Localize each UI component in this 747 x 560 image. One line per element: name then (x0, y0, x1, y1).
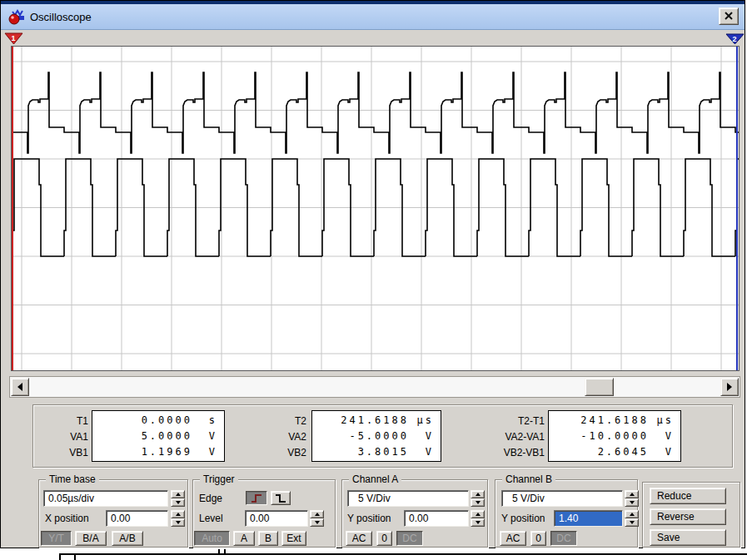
edge-label: Edge (199, 493, 222, 504)
trigger-auto-button[interactable]: Auto (194, 531, 230, 546)
save-button[interactable]: Save (650, 529, 726, 546)
readout-unit: µs (649, 413, 674, 429)
channel-b-scale-field[interactable]: 5 V/Div (501, 490, 623, 507)
readout-value: 0.0000 (96, 413, 192, 429)
spin-up-button[interactable] (171, 510, 185, 518)
trigger-level-field[interactable]: 0.00 (245, 510, 308, 527)
readout-value: 3.8015 (316, 444, 409, 460)
readout-row: 5.0000V (96, 429, 217, 444)
readout-row: 241.6188µs (316, 413, 434, 429)
readout-unit: V (192, 429, 217, 444)
channel-b-y-position-spinner[interactable] (625, 510, 639, 527)
spin-down-button[interactable] (625, 518, 639, 527)
trigger-rising-edge-button[interactable] (246, 491, 267, 505)
channel-a-dc-button[interactable]: DC (396, 531, 423, 546)
x-position-spinner[interactable] (171, 510, 185, 527)
readout-row: 3.8015V (316, 444, 434, 460)
readout-value: 241.6188 (316, 413, 409, 429)
timebase-group-title: Time base (46, 473, 99, 485)
trigger-group: Trigger Edge Level 0.00 Auto A B Ext (192, 479, 336, 548)
window-title: Oscilloscope (30, 11, 92, 23)
readout-value: -10.0000 (552, 429, 649, 444)
arrow-down-icon (176, 501, 181, 504)
yt-mode-button[interactable]: Y/T (41, 531, 72, 546)
timebase-scale-spinner[interactable] (171, 490, 185, 507)
scroll-left-button[interactable] (11, 378, 29, 396)
scrollbar-thumb[interactable] (585, 378, 614, 396)
arrow-up-icon (176, 493, 181, 496)
channel-a-scale-field[interactable]: 5 V/Div (347, 490, 469, 507)
y-position-label: Y position (347, 513, 391, 524)
level-label: Level (199, 513, 223, 524)
background-wire (60, 553, 747, 555)
readout-value: 241.6188 (552, 413, 649, 429)
arrow-up-icon (476, 493, 481, 496)
spin-up-button[interactable] (171, 490, 185, 498)
spin-up-button[interactable] (625, 510, 639, 518)
channel-a-scale-spinner[interactable] (471, 490, 485, 507)
readout-label: VB2-VB1 (483, 445, 545, 461)
readout-box: 0.0000s 5.0000V 1.1969V (92, 410, 225, 462)
reduce-button[interactable]: Reduce (650, 488, 726, 504)
readout-value: -5.0000 (316, 429, 409, 444)
close-button[interactable] (719, 7, 739, 25)
readout-value: 1.1969 (96, 444, 192, 460)
readout-row: -5.0000V (316, 429, 434, 444)
svg-text:2: 2 (732, 35, 736, 43)
channel-a-y-position-field[interactable]: 0.00 (404, 510, 469, 527)
spin-down-button[interactable] (310, 518, 324, 527)
horizontal-scrollbar[interactable] (9, 376, 740, 398)
channel-a-zero-button[interactable]: 0 (376, 531, 392, 546)
channel-b-zero-button[interactable]: 0 (530, 531, 546, 546)
channel-b-dc-button[interactable]: DC (550, 531, 577, 546)
background-wire (74, 554, 76, 560)
spin-up-button[interactable] (310, 510, 324, 518)
readout-unit: µs (409, 413, 434, 429)
background-schematic (0, 549, 747, 560)
readout-label: T1 (40, 414, 88, 429)
spin-up-button[interactable] (625, 490, 639, 498)
trigger-level-spinner[interactable] (310, 510, 324, 527)
spin-up-button[interactable] (471, 490, 485, 498)
readout-label: T2 (261, 414, 306, 429)
trigger-a-button[interactable]: A (233, 531, 255, 546)
falling-edge-icon (274, 493, 287, 503)
waveform-display[interactable] (11, 46, 740, 371)
channel-b-y-position-field[interactable]: 1.40 (554, 510, 623, 527)
channel-a-ac-button[interactable]: AC (346, 531, 372, 546)
ba-mode-button[interactable]: B/A (75, 531, 107, 546)
readout-box: 241.6188µs -5.0000V 3.8015V (311, 410, 441, 462)
ab-mode-button[interactable]: A/B (112, 531, 143, 546)
spin-down-button[interactable] (171, 518, 185, 527)
readout-group-2: T2 VA2 VB2 241.6188µs -5.0000V 3.8015V (261, 410, 441, 462)
spin-down-button[interactable] (471, 518, 485, 527)
cursor2-marker[interactable]: 2 (725, 33, 745, 46)
channel-b-scale-spinner[interactable] (625, 490, 639, 507)
arrow-up-icon (315, 513, 320, 516)
readout-unit: s (192, 413, 217, 429)
cursor1-marker[interactable]: 1 (4, 32, 24, 46)
arrow-down-icon (630, 521, 635, 524)
scroll-right-button[interactable] (720, 378, 739, 396)
trigger-ext-button[interactable]: Ext (281, 531, 306, 546)
channel-a-group: Channel A 5 V/Div Y position 0.00 AC 0 D… (341, 479, 488, 548)
channel-a-y-position-spinner[interactable] (471, 510, 485, 527)
spin-down-button[interactable] (171, 498, 185, 507)
spin-down-button[interactable] (471, 498, 485, 507)
arrow-right-icon (727, 383, 732, 391)
reverse-button[interactable]: Reverse (650, 508, 726, 525)
background-wire (59, 553, 61, 560)
trigger-b-button[interactable]: B (258, 531, 278, 546)
spin-up-button[interactable] (471, 510, 485, 518)
oscilloscope-app-icon (7, 8, 26, 25)
trigger-falling-edge-button[interactable] (271, 491, 291, 505)
spin-down-button[interactable] (625, 498, 639, 507)
arrow-down-icon (476, 501, 481, 504)
oscilloscope-window: Oscilloscope 1 2 (0, 0, 745, 548)
readout-label: VB1 (40, 445, 88, 461)
readout-value: 2.6045 (552, 444, 649, 460)
x-position-field[interactable]: 0.00 (106, 510, 168, 527)
timebase-scale-field[interactable]: 0.05µs/div (43, 490, 168, 507)
arrow-up-icon (630, 493, 635, 496)
channel-b-ac-button[interactable]: AC (500, 531, 526, 546)
